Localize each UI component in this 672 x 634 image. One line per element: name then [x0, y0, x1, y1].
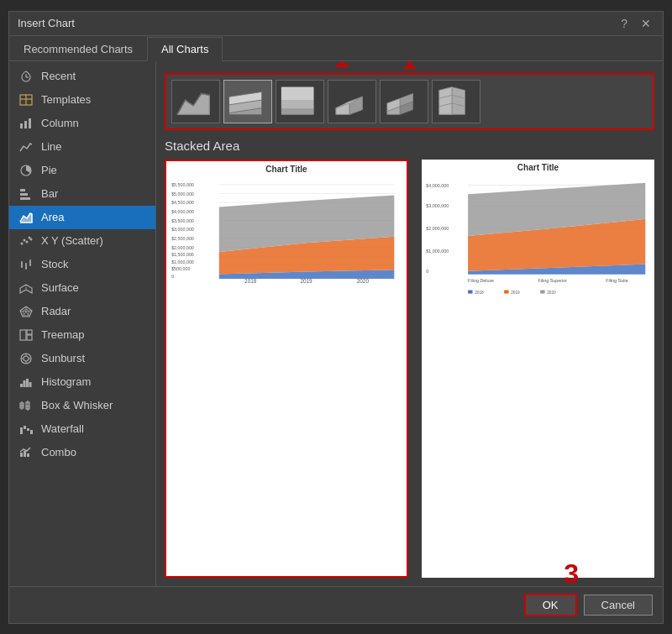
svg-marker-66: [281, 100, 313, 108]
svg-marker-77: [452, 86, 465, 114]
sunburst-icon: [18, 351, 34, 366]
svg-rect-35: [20, 330, 26, 340]
chart-preview-main[interactable]: Chart Title $5,500,000 $5,000,000 $4,500…: [165, 160, 408, 578]
tab-all-charts[interactable]: All Charts: [147, 37, 223, 61]
sidebar-label-recent: Recent: [41, 70, 76, 82]
sidebar-item-templates[interactable]: Templates: [9, 88, 155, 112]
number-label-1: 1: [334, 61, 349, 74]
help-button[interactable]: ?: [617, 17, 631, 30]
title-bar: Insert Chart ? ✕: [9, 12, 663, 36]
svg-rect-6: [24, 121, 27, 128]
sidebar-item-area[interactable]: Area: [9, 206, 155, 229]
chart-preview-secondary-title: Chart Title: [517, 163, 559, 172]
cancel-button[interactable]: Cancel: [584, 595, 653, 616]
svg-text:2019: 2019: [300, 278, 312, 283]
chart-preview-secondary[interactable]: Chart Title $4,000,000 $3,000,000 $2,000…: [422, 160, 654, 578]
sidebar-item-sunburst[interactable]: Sunburst: [9, 347, 155, 370]
svg-rect-37: [27, 335, 32, 340]
pie-icon: [18, 163, 34, 178]
svg-text:$5,000,000: $5,000,000: [171, 191, 194, 196]
tab-recommended[interactable]: Recommended Charts: [9, 37, 147, 61]
boxwhisker-icon: [18, 398, 34, 413]
sidebar-item-radar[interactable]: Radar: [9, 300, 155, 323]
sidebar-label-xyscatter: X Y (Scatter): [41, 234, 103, 247]
sidebar-label-column: Column: [41, 117, 79, 129]
sidebar-label-templates: Templates: [41, 93, 91, 106]
chart-previews: 2 Chart Title $5,500,000 $5,000,000 $4,5…: [165, 160, 654, 578]
sidebar-label-waterfall: Waterfall: [41, 422, 84, 435]
svg-point-12: [21, 242, 24, 244]
svg-text:$4,000,000: $4,000,000: [426, 183, 449, 188]
treemap-icon: [18, 327, 34, 343]
chart-type-3d-area[interactable]: [328, 80, 376, 123]
close-button[interactable]: ✕: [638, 17, 654, 30]
tab-row: Recommended Charts All Charts: [9, 36, 663, 61]
svg-text:$1,500,000: $1,500,000: [171, 252, 194, 257]
svg-rect-9: [20, 189, 25, 191]
area-icon: [18, 210, 34, 225]
line-icon: [18, 139, 34, 155]
svg-text:$5,500,000: $5,500,000: [171, 181, 194, 186]
dialog-title: Insert Chart: [18, 17, 75, 29]
chart-type-3d-100-stacked-area[interactable]: [432, 80, 480, 123]
svg-rect-45: [24, 380, 26, 387]
combo-icon: [18, 445, 34, 460]
chart-type-stacked-area[interactable]: [223, 80, 272, 123]
sidebar-item-surface[interactable]: Surface: [9, 276, 155, 300]
svg-text:$2,500,000: $2,500,000: [171, 235, 194, 240]
svg-rect-137: [540, 290, 544, 293]
section-title: Stacked Area: [165, 139, 654, 153]
svg-point-38: [24, 356, 29, 361]
sidebar-item-boxwhisker[interactable]: Box & Whisker: [9, 394, 155, 417]
svg-rect-59: [24, 451, 26, 457]
svg-rect-55: [24, 426, 26, 429]
svg-text:$3,000,000: $3,000,000: [171, 227, 194, 232]
svg-rect-54: [20, 427, 23, 434]
sidebar-item-recent[interactable]: Recent: [9, 65, 155, 88]
sidebar-item-column[interactable]: Column: [9, 112, 155, 135]
sidebar-label-boxwhisker: Box & Whisker: [41, 399, 113, 411]
sidebar-item-bar[interactable]: Bar: [9, 182, 155, 206]
sidebar: Recent Templates Column Li: [9, 61, 156, 586]
sidebar-label-sunburst: Sunburst: [41, 352, 85, 364]
svg-text:Filing Deluxe: Filing Deluxe: [468, 278, 494, 283]
sidebar-item-waterfall[interactable]: Waterfall: [9, 417, 155, 441]
title-bar-controls: ? ✕: [617, 17, 654, 30]
templates-icon: [18, 92, 34, 107]
svg-text:$2,000,000: $2,000,000: [171, 244, 194, 249]
svg-text:0: 0: [171, 273, 174, 278]
sidebar-label-stock: Stock: [41, 258, 69, 270]
chart-type-100-stacked-area[interactable]: [276, 80, 324, 123]
sidebar-item-pie[interactable]: Pie: [9, 159, 155, 182]
chart-type-3d-stacked-area[interactable]: [380, 80, 428, 123]
sidebar-label-pie: Pie: [41, 164, 57, 176]
number-label-3: 3: [564, 558, 579, 589]
sidebar-item-stock[interactable]: Stock: [9, 253, 155, 276]
sidebar-label-histogram: Histogram: [41, 375, 91, 388]
sidebar-item-treemap[interactable]: Treemap: [9, 323, 155, 347]
sidebar-item-combo[interactable]: Combo: [9, 441, 155, 464]
svg-text:$500,000: $500,000: [171, 266, 190, 271]
svg-text:2018: 2018: [244, 278, 257, 283]
sidebar-item-line[interactable]: Line: [9, 135, 155, 159]
histogram-icon: [18, 375, 34, 390]
svg-rect-60: [27, 453, 29, 457]
svg-rect-133: [468, 290, 472, 293]
svg-marker-65: [281, 107, 313, 114]
radar-icon: [18, 304, 34, 319]
svg-marker-67: [281, 86, 313, 99]
svg-text:2019: 2019: [511, 290, 520, 294]
ok-button[interactable]: OK: [524, 594, 577, 616]
svg-rect-58: [20, 453, 23, 457]
svg-marker-76: [439, 86, 452, 114]
svg-point-14: [26, 240, 29, 243]
sidebar-item-xyscatter[interactable]: X Y (Scatter): [9, 229, 155, 253]
chart-preview-title: Chart Title: [265, 165, 307, 174]
svg-rect-36: [27, 330, 32, 334]
svg-text:2018: 2018: [475, 290, 484, 294]
svg-rect-56: [27, 428, 29, 431]
chart-type-area[interactable]: [171, 80, 220, 123]
svg-rect-44: [20, 384, 23, 387]
sidebar-item-histogram[interactable]: Histogram: [9, 370, 155, 394]
surface-icon: [18, 280, 34, 296]
